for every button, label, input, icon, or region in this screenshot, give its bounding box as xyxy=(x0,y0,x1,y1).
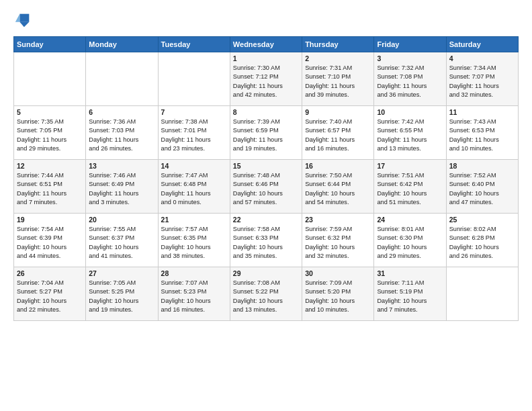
day-number: 22 xyxy=(233,216,299,224)
day-header-tuesday: Tuesday xyxy=(158,37,230,52)
calendar-cell: 18Sunrise: 7:52 AM Sunset: 6:40 PM Dayli… xyxy=(446,160,518,214)
day-header-monday: Monday xyxy=(86,37,158,52)
day-number: 28 xyxy=(161,269,227,277)
day-info: Sunrise: 7:44 AM Sunset: 6:51 PM Dayligh… xyxy=(17,171,83,207)
calendar-cell: 24Sunrise: 8:01 AM Sunset: 6:30 PM Dayli… xyxy=(374,214,446,267)
day-number: 16 xyxy=(305,162,371,170)
calendar-cell: 30Sunrise: 7:09 AM Sunset: 5:20 PM Dayli… xyxy=(302,267,374,321)
calendar-cell: 3Sunrise: 7:32 AM Sunset: 7:08 PM Daylig… xyxy=(374,52,446,106)
day-header-saturday: Saturday xyxy=(446,37,518,52)
calendar-cell: 21Sunrise: 7:57 AM Sunset: 6:35 PM Dayli… xyxy=(158,214,230,267)
calendar-cell: 13Sunrise: 7:46 AM Sunset: 6:49 PM Dayli… xyxy=(86,160,158,214)
calendar-cell: 5Sunrise: 7:35 AM Sunset: 7:05 PM Daylig… xyxy=(14,106,86,160)
calendar-cell: 28Sunrise: 7:07 AM Sunset: 5:23 PM Dayli… xyxy=(158,267,230,321)
calendar-cell: 26Sunrise: 7:04 AM Sunset: 5:27 PM Dayli… xyxy=(14,267,86,321)
week-row-4: 19Sunrise: 7:54 AM Sunset: 6:39 PM Dayli… xyxy=(14,214,519,267)
day-info: Sunrise: 7:47 AM Sunset: 6:48 PM Dayligh… xyxy=(161,171,227,207)
calendar-cell: 16Sunrise: 7:50 AM Sunset: 6:44 PM Dayli… xyxy=(302,160,374,214)
calendar-cell: 14Sunrise: 7:47 AM Sunset: 6:48 PM Dayli… xyxy=(158,160,230,214)
calendar-cell xyxy=(86,52,158,106)
day-info: Sunrise: 8:02 AM Sunset: 6:28 PM Dayligh… xyxy=(449,225,515,261)
calendar-cell: 10Sunrise: 7:42 AM Sunset: 6:55 PM Dayli… xyxy=(374,106,446,160)
day-number: 23 xyxy=(305,216,371,224)
calendar-cell: 1Sunrise: 7:30 AM Sunset: 7:12 PM Daylig… xyxy=(230,52,302,106)
day-number: 7 xyxy=(161,108,227,116)
calendar-cell: 2Sunrise: 7:31 AM Sunset: 7:10 PM Daylig… xyxy=(302,52,374,106)
day-info: Sunrise: 7:55 AM Sunset: 6:37 PM Dayligh… xyxy=(89,225,154,261)
day-info: Sunrise: 7:09 AM Sunset: 5:20 PM Dayligh… xyxy=(305,279,371,314)
day-number: 1 xyxy=(233,54,299,62)
day-info: Sunrise: 7:04 AM Sunset: 5:27 PM Dayligh… xyxy=(17,279,83,314)
svg-marker-0 xyxy=(19,14,29,22)
day-info: Sunrise: 7:48 AM Sunset: 6:46 PM Dayligh… xyxy=(233,171,299,207)
day-info: Sunrise: 7:54 AM Sunset: 6:39 PM Dayligh… xyxy=(17,225,83,261)
day-header-row: SundayMondayTuesdayWednesdayThursdayFrid… xyxy=(14,37,519,52)
day-number: 10 xyxy=(377,108,443,116)
calendar-cell: 9Sunrise: 7:40 AM Sunset: 6:57 PM Daylig… xyxy=(302,106,374,160)
day-number: 17 xyxy=(377,162,443,170)
day-number: 4 xyxy=(449,54,515,62)
week-row-5: 26Sunrise: 7:04 AM Sunset: 5:27 PM Dayli… xyxy=(14,267,519,321)
day-number: 6 xyxy=(89,108,154,116)
day-number: 27 xyxy=(89,269,154,277)
calendar-cell: 7Sunrise: 7:38 AM Sunset: 7:01 PM Daylig… xyxy=(158,106,230,160)
calendar-cell: 17Sunrise: 7:51 AM Sunset: 6:42 PM Dayli… xyxy=(374,160,446,214)
day-info: Sunrise: 7:36 AM Sunset: 7:03 PM Dayligh… xyxy=(89,118,154,153)
day-info: Sunrise: 7:35 AM Sunset: 7:05 PM Dayligh… xyxy=(17,118,83,153)
day-number: 29 xyxy=(233,269,299,277)
day-number: 8 xyxy=(233,108,299,116)
svg-marker-1 xyxy=(19,22,29,27)
day-info: Sunrise: 7:46 AM Sunset: 6:49 PM Dayligh… xyxy=(89,171,154,207)
day-number: 21 xyxy=(161,216,227,224)
day-info: Sunrise: 7:50 AM Sunset: 6:44 PM Dayligh… xyxy=(305,171,371,207)
calendar-cell: 22Sunrise: 7:58 AM Sunset: 6:33 PM Dayli… xyxy=(230,214,302,267)
day-number: 12 xyxy=(17,162,83,170)
week-row-3: 12Sunrise: 7:44 AM Sunset: 6:51 PM Dayli… xyxy=(14,160,519,214)
day-info: Sunrise: 7:30 AM Sunset: 7:12 PM Dayligh… xyxy=(233,64,299,99)
calendar-table: SundayMondayTuesdayWednesdayThursdayFrid… xyxy=(13,36,519,321)
day-number: 11 xyxy=(449,108,515,116)
day-number: 19 xyxy=(17,216,83,224)
day-number: 20 xyxy=(89,216,154,224)
day-number: 18 xyxy=(449,162,515,170)
calendar-cell: 11Sunrise: 7:43 AM Sunset: 6:53 PM Dayli… xyxy=(446,106,518,160)
calendar-cell: 25Sunrise: 8:02 AM Sunset: 6:28 PM Dayli… xyxy=(446,214,518,267)
calendar-cell xyxy=(446,267,518,321)
day-number: 2 xyxy=(305,54,371,62)
day-number: 25 xyxy=(449,216,515,224)
calendar-cell: 31Sunrise: 7:11 AM Sunset: 5:19 PM Dayli… xyxy=(374,267,446,321)
svg-marker-2 xyxy=(15,14,20,22)
calendar-cell: 20Sunrise: 7:55 AM Sunset: 6:37 PM Dayli… xyxy=(86,214,158,267)
calendar-cell: 19Sunrise: 7:54 AM Sunset: 6:39 PM Dayli… xyxy=(14,214,86,267)
calendar-cell: 12Sunrise: 7:44 AM Sunset: 6:51 PM Dayli… xyxy=(14,160,86,214)
day-number: 30 xyxy=(305,269,371,277)
day-info: Sunrise: 7:51 AM Sunset: 6:42 PM Dayligh… xyxy=(377,171,443,207)
calendar-cell xyxy=(14,52,86,106)
calendar-cell: 8Sunrise: 7:39 AM Sunset: 6:59 PM Daylig… xyxy=(230,106,302,160)
calendar-cell xyxy=(158,52,230,106)
day-info: Sunrise: 7:38 AM Sunset: 7:01 PM Dayligh… xyxy=(161,118,227,153)
day-header-friday: Friday xyxy=(374,37,446,52)
day-number: 13 xyxy=(89,162,154,170)
header xyxy=(13,11,519,30)
day-info: Sunrise: 7:40 AM Sunset: 6:57 PM Dayligh… xyxy=(305,118,371,153)
day-info: Sunrise: 7:08 AM Sunset: 5:22 PM Dayligh… xyxy=(233,279,299,314)
day-info: Sunrise: 7:32 AM Sunset: 7:08 PM Dayligh… xyxy=(377,64,443,99)
day-info: Sunrise: 7:07 AM Sunset: 5:23 PM Dayligh… xyxy=(161,279,227,314)
day-number: 9 xyxy=(305,108,371,116)
day-header-thursday: Thursday xyxy=(302,37,374,52)
day-info: Sunrise: 7:39 AM Sunset: 6:59 PM Dayligh… xyxy=(233,118,299,153)
day-number: 31 xyxy=(377,269,443,277)
week-row-2: 5Sunrise: 7:35 AM Sunset: 7:05 PM Daylig… xyxy=(14,106,519,160)
day-info: Sunrise: 7:59 AM Sunset: 6:32 PM Dayligh… xyxy=(305,225,371,261)
day-number: 14 xyxy=(161,162,227,170)
day-number: 5 xyxy=(17,108,83,116)
calendar-cell: 29Sunrise: 7:08 AM Sunset: 5:22 PM Dayli… xyxy=(230,267,302,321)
day-info: Sunrise: 7:43 AM Sunset: 6:53 PM Dayligh… xyxy=(449,118,515,153)
day-info: Sunrise: 8:01 AM Sunset: 6:30 PM Dayligh… xyxy=(377,225,443,261)
day-header-wednesday: Wednesday xyxy=(230,37,302,52)
day-info: Sunrise: 7:58 AM Sunset: 6:33 PM Dayligh… xyxy=(233,225,299,261)
day-info: Sunrise: 7:34 AM Sunset: 7:07 PM Dayligh… xyxy=(449,64,515,99)
calendar-cell: 4Sunrise: 7:34 AM Sunset: 7:07 PM Daylig… xyxy=(446,52,518,106)
calendar-cell: 27Sunrise: 7:05 AM Sunset: 5:25 PM Dayli… xyxy=(86,267,158,321)
